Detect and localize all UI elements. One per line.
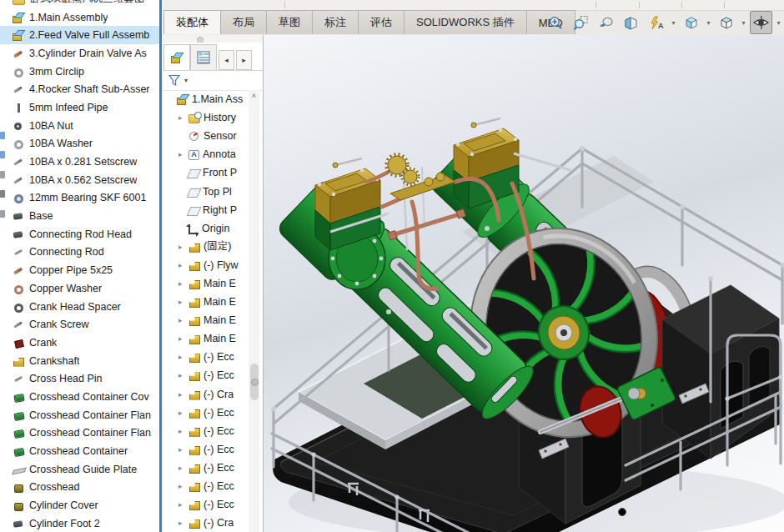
- splitter-handle[interactable]: [251, 379, 259, 386]
- expand-arrow-icon[interactable]: ▸: [178, 261, 185, 269]
- parts-list-item[interactable]: 4.Rocker Shaft Sub-Asser: [0, 80, 159, 98]
- parts-list-item[interactable]: Crosshead Container Flan: [0, 406, 159, 424]
- ribbon-tab[interactable]: 装配体: [163, 10, 221, 34]
- parts-list-item[interactable]: 10BA Washer: [0, 135, 159, 153]
- expand-arrow-icon[interactable]: ▸: [178, 150, 185, 158]
- tree-scrollbar[interactable]: ˄: [249, 90, 259, 532]
- scroll-up-icon[interactable]: ˄: [249, 90, 259, 102]
- command-manager: 装配体布局草图标注评估SOLIDWORKS 插件MBD A ▾ ▾: [163, 0, 784, 36]
- feature-label: (固定): [204, 239, 231, 253]
- parts-list-item[interactable]: Cylinder Foot 2: [0, 514, 159, 532]
- expand-arrow-icon[interactable]: ▸: [178, 390, 185, 399]
- feature-label: Sensor: [204, 130, 237, 142]
- expand-arrow-icon[interactable]: ▸: [178, 298, 185, 306]
- part-label: Base: [29, 210, 53, 222]
- part-icon: [13, 192, 24, 203]
- ribbon-tab[interactable]: 评估: [358, 10, 405, 34]
- parts-list-item[interactable]: Crosshead Guide Plate: [0, 460, 159, 479]
- part-icon: [13, 319, 24, 330]
- hide-show-items-dropdown[interactable]: ▾: [775, 12, 782, 33]
- feature-label: (-) Cra: [204, 517, 234, 529]
- ribbon-tab[interactable]: SOLIDWORKS 插件: [404, 10, 527, 34]
- parts-list-item[interactable]: Crank Screw: [0, 315, 159, 334]
- parts-list-item[interactable]: 5mm Infeed Pipe: [0, 98, 159, 117]
- feature-manager-tabs: ◂ ▸: [163, 43, 263, 71]
- expand-arrow-icon[interactable]: ▸: [178, 427, 185, 435]
- part-icon: [13, 283, 24, 294]
- previous-view-icon[interactable]: [595, 11, 617, 34]
- parts-list-item[interactable]: 2.Feed Valve Full Assemb: [0, 26, 159, 44]
- expand-arrow-icon[interactable]: ▸: [178, 279, 185, 288]
- ribbon-tab[interactable]: 标注: [312, 10, 359, 34]
- part-icon: [13, 518, 24, 529]
- parts-list-item[interactable]: 10BA x 0.562 Setscrew: [0, 171, 159, 189]
- annotation-views-icon[interactable]: A: [645, 11, 667, 34]
- parts-list-item[interactable]: Crosshead Container Flan: [0, 424, 159, 443]
- expand-arrow-icon[interactable]: ▸: [178, 113, 185, 122]
- parts-list-item[interactable]: Base: [0, 207, 159, 225]
- parts-list-item[interactable]: Connecting Rod Head: [0, 225, 159, 243]
- expand-arrow-icon[interactable]: ▸: [178, 464, 185, 472]
- base-bolt-hole: [619, 509, 626, 516]
- parts-list-item[interactable]: Crosshead: [0, 479, 159, 497]
- tabs-scroll-left[interactable]: ◂: [219, 50, 234, 70]
- feature-manager-panel: ◂ ▸ ▾ ▸ 1.Main Ass ▸ History ▸ Sensor ▸ …: [163, 35, 264, 532]
- expand-arrow-icon[interactable]: ▸: [178, 519, 185, 527]
- hide-show-items-icon[interactable]: [750, 11, 772, 34]
- feature-icon: [188, 224, 199, 234]
- section-view-icon[interactable]: [620, 11, 642, 34]
- left-edge-strip: [0, 0, 7, 532]
- feature-icon: [187, 207, 202, 216]
- expand-arrow-icon[interactable]: ▸: [178, 334, 185, 343]
- filter-dropdown[interactable]: ▾: [184, 77, 188, 84]
- view-orientation-dropdown[interactable]: ▾: [705, 12, 712, 33]
- parts-list-item[interactable]: 12mm Bearing SKF 6001: [0, 189, 159, 208]
- parts-list-item[interactable]: 1.Main Assembly: [0, 8, 159, 27]
- parts-list-item[interactable]: 卧式双缸蒸汽机三维套图: [0, 0, 159, 8]
- tree-filter-row: ▾: [163, 70, 264, 91]
- parts-list-item[interactable]: Crosshead Container Cov: [0, 388, 159, 406]
- zoom-to-fit-icon[interactable]: [545, 11, 567, 34]
- filter-icon[interactable]: [168, 74, 182, 87]
- parts-list-item[interactable]: Crank Head Spacer: [0, 298, 159, 316]
- expand-arrow-icon[interactable]: ▸: [178, 482, 185, 490]
- tabs-scroll-right[interactable]: ▸: [236, 50, 252, 70]
- zoom-to-area-icon[interactable]: [570, 11, 592, 34]
- display-style-icon[interactable]: [715, 11, 737, 34]
- parts-list-item[interactable]: Copper Pipe 5x25: [0, 261, 159, 279]
- clipped-icon-fragment: [0, 190, 5, 198]
- parts-list-item[interactable]: Connecting Rod: [0, 243, 159, 262]
- parts-list-item[interactable]: Cylinder Cover: [0, 496, 159, 514]
- parts-list-item[interactable]: 3mm Circlip: [0, 63, 159, 81]
- toolbar-separator: [639, 2, 640, 8]
- tab-property-manager[interactable]: [190, 44, 217, 70]
- parts-list-item[interactable]: 10BA x 0.281 Setscrew: [0, 153, 159, 171]
- feature-icon: [188, 296, 200, 308]
- toolbar-separator: [681, 2, 682, 8]
- expand-arrow-icon[interactable]: ▸: [178, 500, 185, 509]
- expand-arrow-icon[interactable]: ▸: [178, 243, 185, 251]
- ribbon-tab[interactable]: 草图: [266, 10, 313, 34]
- parts-list-item[interactable]: 10BA Nut: [0, 117, 159, 135]
- parts-list-item[interactable]: Crosshead Container: [0, 442, 159, 460]
- expand-arrow-icon[interactable]: ▸: [178, 371, 185, 379]
- feature-icon: [188, 444, 200, 455]
- annotation-views-dropdown[interactable]: ▾: [670, 12, 677, 33]
- display-style-dropdown[interactable]: ▾: [740, 12, 747, 33]
- expand-arrow-icon[interactable]: ▸: [178, 409, 185, 417]
- expand-arrow-icon[interactable]: ▸: [178, 316, 185, 324]
- parts-list-item[interactable]: Cross Head Pin: [0, 369, 159, 388]
- parts-list-item[interactable]: 3.Cylinder Drain Valve As: [0, 44, 159, 63]
- parts-list-item[interactable]: Copper Washer: [0, 279, 159, 298]
- parts-list-item[interactable]: Crankshaft: [0, 352, 159, 370]
- tab-feature-tree[interactable]: [163, 44, 190, 70]
- expand-arrow-icon[interactable]: ▸: [178, 445, 185, 454]
- parts-list-item[interactable]: Crank: [0, 334, 159, 352]
- feature-label: (-) Ecc: [204, 499, 234, 510]
- view-orientation-icon[interactable]: [680, 11, 702, 34]
- ribbon-tab[interactable]: 布局: [220, 10, 267, 34]
- expand-arrow-icon[interactable]: ▸: [178, 353, 185, 361]
- feature-label: Annota: [203, 148, 236, 160]
- feature-icon: [188, 130, 200, 142]
- graphics-viewport[interactable]: [264, 35, 784, 532]
